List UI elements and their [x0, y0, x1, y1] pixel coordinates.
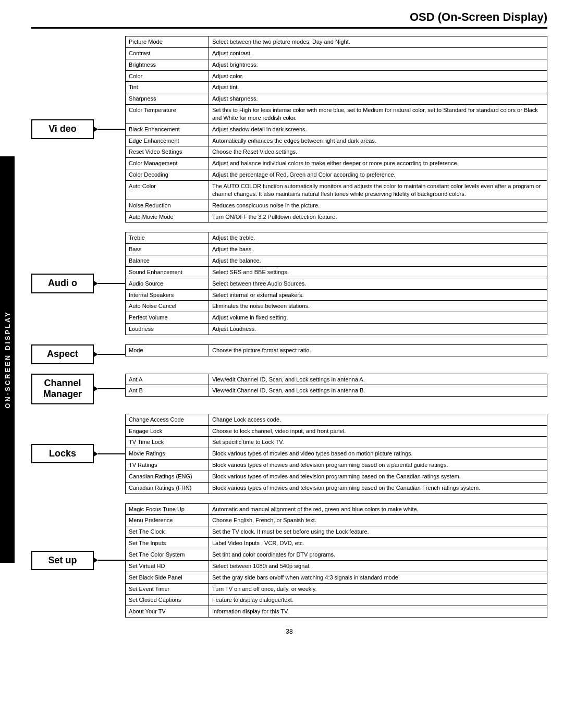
row-item-name: Tint	[126, 82, 209, 93]
section-label-aspect: Aspect	[31, 344, 94, 364]
row-item-desc: Adjust the percentage of Red, Green and …	[209, 169, 547, 181]
row-item-desc: Set the TV clock. It must be set before …	[209, 526, 547, 538]
row-item-name: Color Temperature	[126, 105, 209, 124]
arrow-head-aspect	[94, 352, 98, 357]
row-item-desc: View/edit Channel ID, Scan, and Lock set…	[209, 385, 547, 397]
side-label-text: ON-SCREEN DISPLAY	[4, 311, 11, 409]
row-item-name: Set Black Side Panel	[126, 572, 209, 583]
row-item-name: Contrast	[126, 47, 209, 59]
section-spacer	[31, 499, 547, 503]
row-item-desc: View/edit Channel ID, Scan, and Lock set…	[209, 374, 547, 385]
row-item-name: Change Access Code	[126, 414, 209, 425]
table-row: ColorAdjust color.	[126, 70, 547, 82]
table-row: Black EnhancementAdjust shadow detail in…	[126, 124, 547, 135]
row-item-name: Color	[126, 70, 209, 82]
arrow-locks	[94, 451, 125, 456]
row-item-desc: Adjust color.	[209, 70, 547, 82]
row-item-name: Sound Enhancement	[126, 266, 209, 278]
arrow-video	[94, 127, 125, 132]
row-item-desc: Adjust tint.	[209, 82, 547, 93]
arrow-head-locks	[94, 451, 98, 456]
row-item-name: Internal Speakers	[126, 289, 209, 301]
table-row: Canadian Ratings (ENG)Block various type…	[126, 471, 547, 482]
osd-table-channel-manager: Ant AView/edit Channel ID, Scan, and Loc…	[125, 374, 547, 397]
row-item-desc: Label Video Inputs , VCR, DVD, etc.	[209, 538, 547, 549]
arrow-head-audio	[94, 281, 98, 286]
row-item-desc: The AUTO COLOR function automatically mo…	[209, 180, 547, 200]
table-row: Picture ModeSelect between the two pictu…	[126, 36, 547, 48]
table-row: Auto ColorThe AUTO COLOR function automa…	[126, 180, 547, 200]
page-title: OSD (On-Screen Display)	[31, 10, 547, 29]
table-row: Reset Video SettingsChoose the Reset Vid…	[126, 146, 547, 158]
row-item-desc: Automatically enhances the edges between…	[209, 135, 547, 146]
row-item-name: Magic Focus Tune Up	[126, 503, 209, 515]
row-item-desc: Select between 1080i and 540p signal.	[209, 560, 547, 572]
row-item-name: Movie Ratings	[126, 448, 209, 460]
table-row: TintAdjust tint.	[126, 82, 547, 93]
row-item-name: TV Ratings	[126, 460, 209, 471]
row-item-name: Color Decoding	[126, 169, 209, 181]
row-item-desc: Block various types of movies and video …	[209, 448, 547, 460]
row-item-desc: Block various types of movies and televi…	[209, 482, 547, 493]
row-item-name: About Your TV	[126, 606, 209, 618]
page-wrapper: ON-SCREEN DISPLAY OSD (On-Screen Display…	[0, 0, 563, 728]
section-video: Vi deoPicture ModeSelect between the two…	[31, 36, 547, 223]
row-item-name: TV Time Lock	[126, 437, 209, 448]
table-row: Ant AView/edit Channel ID, Scan, and Loc…	[126, 374, 547, 385]
row-item-desc: Select between three Audio Sources.	[209, 278, 547, 289]
row-item-name: Set Event Timer	[126, 583, 209, 595]
table-row: Perfect VolumeAdjust volume in fixed set…	[126, 312, 547, 324]
table-row: Engage LockChoose to lock channel, video…	[126, 425, 547, 437]
table-row: Set Event TimerTurn TV on and off once, …	[126, 583, 547, 595]
section-locks: LocksChange Access CodeChange Lock acces…	[31, 414, 547, 494]
table-row: Change Access CodeChange Lock access cod…	[126, 414, 547, 425]
osd-table-video: Picture ModeSelect between the two pictu…	[125, 36, 547, 223]
row-item-name: Auto Noise Cancel	[126, 301, 209, 312]
row-item-name: Auto Color	[126, 180, 209, 200]
row-item-desc: Adjust the balance.	[209, 255, 547, 267]
row-item-desc: Eliminates the noise between stations.	[209, 301, 547, 312]
section-spacer	[31, 369, 547, 374]
section-label-video: Vi deo	[31, 119, 94, 139]
row-item-desc: Turn ON/OFF the 3:2 Pulldown detection f…	[209, 211, 547, 223]
row-item-desc: Adjust contrast.	[209, 47, 547, 59]
row-item-name: Black Enhancement	[126, 124, 209, 135]
row-item-name: Loudness	[126, 324, 209, 335]
table-row: Auto Movie ModeTurn ON/OFF the 3:2 Pulld…	[126, 211, 547, 223]
row-item-desc: Block various types of movies and televi…	[209, 460, 547, 471]
row-item-desc: Change Lock access code.	[209, 414, 547, 425]
table-row: Internal SpeakersSelect internal or exte…	[126, 289, 547, 301]
osd-table-audio: TrebleAdjust the treble.BassAdjust the b…	[125, 232, 547, 335]
row-item-desc: Adjust the treble.	[209, 232, 547, 244]
osd-table-aspect: ModeChoose the picture format aspect rat…	[125, 344, 547, 356]
row-item-name: Brightness	[126, 59, 209, 70]
table-row: TrebleAdjust the treble.	[126, 232, 547, 244]
table-row: Set The InputsLabel Video Inputs , VCR, …	[126, 538, 547, 549]
table-row: BassAdjust the bass.	[126, 244, 547, 255]
arrow-audio	[94, 281, 125, 286]
table-row: Canadian Ratings (FRN)Block various type…	[126, 482, 547, 493]
table-row: LoudnessAdjust Loudness.	[126, 324, 547, 335]
row-item-name: Noise Reduction	[126, 200, 209, 211]
table-row: Ant BView/edit Channel ID, Scan, and Loc…	[126, 385, 547, 397]
row-item-desc: Adjust shadow detail in dark screens.	[209, 124, 547, 135]
arrow-channel-manager	[94, 386, 125, 391]
row-item-desc: Select SRS and BBE settings.	[209, 266, 547, 278]
row-item-name: Audio Source	[126, 278, 209, 289]
table-row: Set The ClockSet the TV clock. It must b…	[126, 526, 547, 538]
table-row: Menu PreferenceChoose English, French, o…	[126, 515, 547, 526]
osd-table-setup: Magic Focus Tune UpAutomatic and manual …	[125, 503, 547, 618]
row-item-name: Set Closed Captions	[126, 595, 209, 606]
arrow-head-setup	[94, 558, 98, 563]
table-row: Set Virtual HDSelect between 1080i and 5…	[126, 560, 547, 572]
row-item-name: Canadian Ratings (FRN)	[126, 482, 209, 493]
section-aspect: AspectModeChoose the picture format aspe…	[31, 344, 547, 364]
row-item-name: Ant A	[126, 374, 209, 385]
section-spacer	[31, 340, 547, 344]
arrow-head-video	[94, 127, 98, 132]
row-item-name: Engage Lock	[126, 425, 209, 437]
row-item-name: Treble	[126, 232, 209, 244]
row-item-desc: Set specific time to Lock TV.	[209, 437, 547, 448]
row-item-desc: Automatic and manual alignment of the re…	[209, 503, 547, 515]
section-label-audio: Audi o	[31, 274, 94, 293]
